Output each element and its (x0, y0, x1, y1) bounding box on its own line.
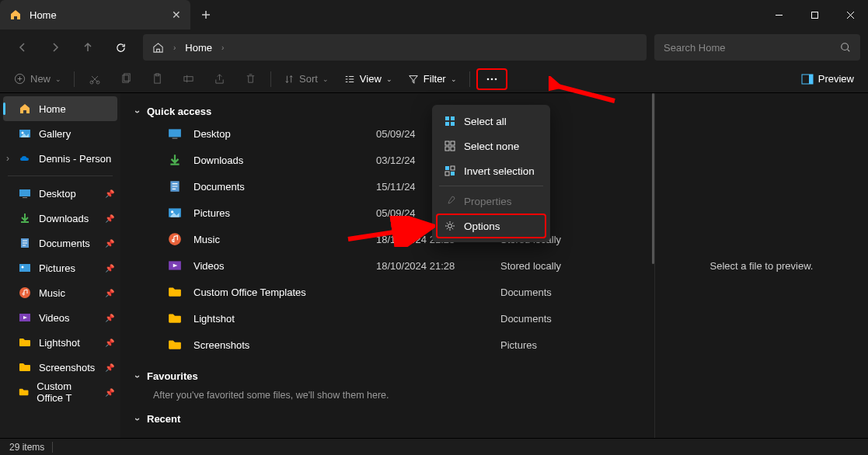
section-label: Quick access (147, 106, 211, 117)
menu-label: Select none (464, 141, 519, 152)
sort-button[interactable]: Sort ⌄ (277, 68, 335, 90)
divider (8, 175, 113, 176)
share-button (205, 68, 233, 90)
menu-label: Properties (464, 196, 512, 207)
breadcrumb-home[interactable]: Home (185, 42, 212, 54)
folder-icon (167, 311, 183, 326)
pin-icon: 📌 (105, 289, 114, 297)
filter-label: Filter (424, 73, 446, 85)
sidebar-item-screenshots[interactable]: Screenshots📌 (0, 355, 120, 380)
maximize-button[interactable] (797, 0, 832, 30)
file-name: Lightshot (193, 313, 376, 325)
tab-home[interactable]: Home ✕ (0, 0, 190, 30)
preview-label: Preview (818, 73, 854, 85)
file-row[interactable]: Desktop05/09/24locally (120, 120, 654, 147)
favourites-empty-text: After you've favorited some files, we'll… (120, 385, 654, 410)
view-button[interactable]: View ⌄ (338, 68, 399, 90)
refresh-button[interactable] (106, 35, 135, 60)
copy-button (112, 68, 140, 90)
divider (74, 71, 75, 87)
file-row[interactable]: Downloads03/12/24locally (120, 147, 654, 173)
forward-button[interactable] (40, 35, 70, 60)
address-bar[interactable]: › Home › (143, 34, 647, 61)
sidebar-item-desktop[interactable]: Desktop📌 (0, 181, 120, 206)
file-status: Stored locally (500, 260, 561, 272)
delete-button (236, 68, 264, 90)
file-name: Screenshots (193, 339, 376, 351)
section-recent[interactable]: › Recent (120, 410, 654, 428)
close-tab-icon[interactable]: ✕ (172, 9, 181, 21)
preview-empty-text: Select a file to preview. (710, 260, 814, 272)
preview-pane: Select a file to preview. (654, 93, 868, 438)
svg-point-11 (490, 78, 493, 80)
file-list-pane: › Quick access Desktop05/09/24locallyDow… (120, 93, 654, 438)
svg-point-22 (19, 287, 30, 298)
file-row[interactable]: Custom Office TemplatesDocuments (120, 279, 654, 305)
sidebar-item-pictures[interactable]: Pictures📌 (0, 255, 120, 280)
section-favourites[interactable]: › Favourites (120, 367, 654, 385)
chevron-down-icon: › (132, 418, 143, 421)
sidebar-label: Desktop (39, 188, 76, 200)
home-icon (152, 42, 164, 54)
filter-button[interactable]: Filter ⌄ (402, 68, 463, 90)
svg-point-21 (22, 266, 24, 269)
downloads-icon (167, 152, 183, 168)
svg-rect-33 (445, 122, 449, 126)
svg-rect-39 (445, 166, 449, 170)
preview-toggle[interactable]: Preview (795, 68, 860, 90)
sidebar-label: Gallery (39, 128, 71, 140)
item-count: 29 items (9, 442, 44, 453)
svg-rect-41 (445, 172, 449, 175)
more-button[interactable] (476, 68, 507, 90)
svg-point-12 (494, 78, 497, 80)
menu-options[interactable]: Options (436, 214, 546, 238)
music-icon (167, 231, 183, 247)
sidebar-label: Dennis - Person (39, 153, 111, 165)
new-button[interactable]: New ⌄ (8, 68, 68, 90)
sidebar-item-lightshot[interactable]: Lightshot📌 (0, 330, 120, 355)
sidebar-item-videos[interactable]: Videos📌 (0, 305, 120, 330)
section-label: Recent (147, 413, 180, 425)
home-icon (9, 9, 22, 21)
back-button[interactable] (8, 35, 37, 60)
sidebar-item-documents[interactable]: Documents📌 (0, 231, 120, 255)
file-row[interactable]: ScreenshotsPictures (120, 332, 654, 358)
pin-icon: 📌 (105, 214, 114, 223)
new-tab-button[interactable] (190, 0, 221, 30)
menu-label: Options (464, 221, 500, 232)
close-button[interactable] (832, 0, 868, 30)
sidebar-label: Documents (39, 238, 90, 249)
sidebar-item-onedrive[interactable]: Dennis - Person (0, 146, 120, 171)
sidebar-item-downloads[interactable]: Downloads📌 (0, 206, 120, 231)
sidebar-item-music[interactable]: Music📌 (0, 280, 120, 305)
chevron-down-icon: ⌄ (55, 75, 61, 83)
section-quick-access[interactable]: › Quick access (120, 102, 654, 120)
sidebar-item-custom-office-t[interactable]: Custom Office T📌 (0, 380, 120, 405)
file-row[interactable]: LightshotDocuments (120, 305, 654, 332)
sidebar-item-home[interactable]: Home (3, 96, 117, 121)
menu-invert-selection[interactable]: Invert selection (436, 158, 546, 183)
svg-point-29 (169, 233, 181, 245)
svg-rect-17 (19, 189, 30, 196)
file-row[interactable]: Pictures05/09/24locally (120, 200, 654, 226)
view-label: View (360, 73, 382, 85)
menu-properties: Properties (436, 189, 546, 214)
svg-rect-38 (451, 147, 455, 151)
file-row[interactable]: Videos18/10/2024 21:28Stored locally (120, 252, 654, 279)
svg-rect-9 (183, 77, 192, 82)
sidebar-item-gallery[interactable]: Gallery (0, 121, 120, 146)
menu-select-none[interactable]: Select none (436, 134, 546, 158)
file-name: Videos (193, 260, 376, 272)
minimize-button[interactable] (761, 0, 797, 30)
file-row[interactable]: Music18/10/2024 21:28Stored locally (120, 226, 654, 252)
sidebar-label: Downloads (39, 213, 89, 224)
up-button[interactable] (73, 35, 103, 60)
folder-icon (167, 284, 183, 300)
search-input[interactable]: Search Home (654, 34, 860, 61)
tab-title: Home (30, 9, 57, 21)
file-row[interactable]: Documents15/11/24locally (120, 173, 654, 200)
scrollbar[interactable] (652, 93, 654, 264)
section-label: Favourites (147, 370, 198, 382)
menu-select-all[interactable]: Select all (436, 109, 546, 134)
pin-icon: 📌 (105, 239, 114, 248)
